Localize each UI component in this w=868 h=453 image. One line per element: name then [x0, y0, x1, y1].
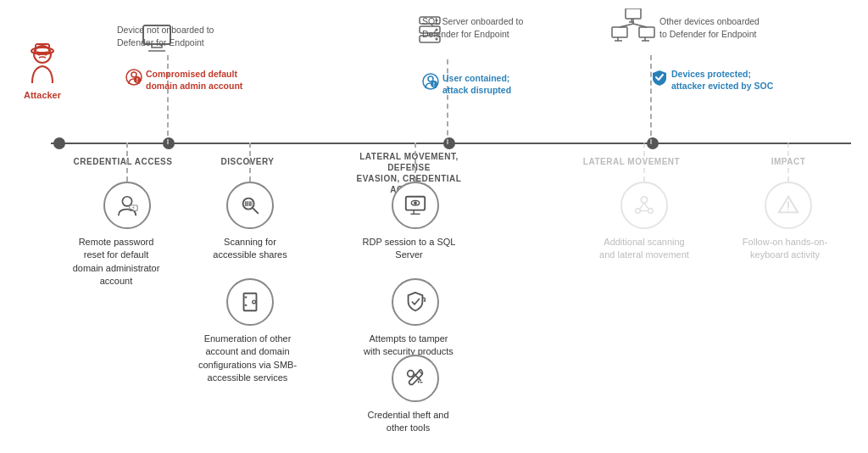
svg-line-64: [644, 203, 649, 209]
svg-point-67: [787, 210, 789, 211]
devices-protected-badge: Devices protected;attacker evicted by SO…: [651, 68, 773, 92]
svg-text:!: !: [433, 81, 435, 87]
svg-text:!: !: [136, 77, 138, 83]
svg-rect-46: [244, 294, 257, 311]
compromised-account-badge: ! Compromised defaultdomain admin accoun…: [125, 68, 242, 92]
svg-point-3: [38, 53, 41, 56]
rdp-session-label: RDP session to a SQLServer: [360, 236, 458, 262]
other-devices-icon: [610, 8, 657, 47]
phase-credential-access: CREDENTIAL ACCESS: [68, 157, 178, 166]
remote-password-reset-icon-circle: [103, 182, 151, 229]
follow-on-keyboard-label: Follow-on hands-on-keyboard activity: [734, 236, 836, 262]
phase-lateral-movement: LATERAL MOVEMENT: [572, 157, 691, 166]
svg-point-36: [122, 197, 131, 206]
attacker: Attacker: [24, 42, 61, 100]
svg-rect-49: [244, 305, 247, 306]
scanning-shares-icon-circle: [226, 182, 274, 229]
svg-point-47: [253, 300, 256, 304]
svg-point-4: [45, 53, 47, 56]
additional-scanning-label: Additional scanningand lateral movement: [593, 236, 695, 262]
enumeration-label: Enumeration of otheraccount and domainco…: [188, 333, 307, 385]
svg-rect-24: [626, 8, 641, 19]
timeline-dot-3: [647, 137, 659, 149]
svg-rect-28: [639, 27, 654, 37]
additional-scanning-icon-circle: [620, 182, 668, 229]
attack-timeline-diagram: Attacker Device not onboarded toDefender…: [0, 0, 868, 453]
svg-rect-48: [244, 296, 247, 298]
scanning-shares-label: Scanning foraccessible shares: [212, 236, 288, 262]
action-line-7: [643, 143, 645, 182]
svg-point-54: [414, 201, 417, 204]
rdp-session-icon-circle: [392, 182, 439, 229]
device-not-onboarded-text: Device not onboarded toDefender for Endp…: [117, 24, 219, 48]
action-line-4: [415, 143, 416, 182]
action-line-2: [249, 143, 251, 182]
svg-line-40: [253, 208, 259, 214]
phase-discovery: DISCOVERY: [205, 157, 290, 166]
user-contained-badge: ! User contained;attack disrupted: [422, 72, 511, 96]
action-line-1: [126, 143, 128, 182]
svg-line-63: [639, 203, 644, 209]
enumeration-icon-circle: [226, 278, 274, 326]
svg-point-56: [408, 371, 414, 377]
credential-theft-icon-circle: [392, 355, 439, 402]
action-line-8: [787, 143, 789, 182]
svg-rect-26: [612, 27, 627, 37]
attacker-label: Attacker: [24, 90, 61, 100]
timeline-dot-start: [53, 137, 65, 149]
timeline-dot-1: [163, 137, 175, 149]
svg-point-60: [641, 197, 647, 203]
timeline-dot-2: [443, 137, 455, 149]
tamper-security-icon-circle: [392, 278, 439, 326]
sql-server-text: SQL Server onboarded toDefender for Endp…: [422, 15, 532, 40]
credential-theft-label: Credential theft andother tools: [359, 409, 457, 435]
other-devices-text: Other devices onboardedto Defender for E…: [659, 15, 778, 40]
svg-point-38: [133, 207, 135, 209]
remote-password-reset-label: Remote passwordreset for defaultdomain a…: [70, 236, 163, 288]
follow-on-keyboard-icon-circle: [765, 182, 812, 229]
